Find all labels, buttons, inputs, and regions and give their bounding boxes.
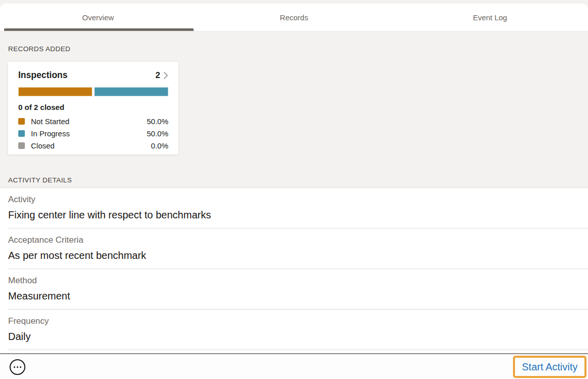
tab-records-label: Records bbox=[280, 13, 308, 22]
start-activity-highlight-box: Start Activity bbox=[513, 356, 586, 378]
bottom-action-bar: Start Activity bbox=[0, 353, 588, 379]
inspections-count-link[interactable]: 2 bbox=[156, 70, 168, 81]
legend-row: Not Started 50.0% bbox=[18, 115, 168, 127]
field-row-frequency: Frequency Daily bbox=[0, 310, 588, 350]
legend-label: Closed bbox=[31, 141, 55, 150]
legend-label: Not Started bbox=[31, 117, 69, 126]
field-row-acceptance-criteria: Acceptance Criteria As per most recent b… bbox=[0, 229, 588, 269]
field-value: Daily bbox=[8, 331, 580, 343]
field-value: As per most recent benchmark bbox=[8, 250, 580, 261]
status-legend: Not Started 50.0% In Progress 50.0% Clos… bbox=[18, 115, 168, 151]
activity-overview-screen: Overview Records Event Log RECORDS ADDED… bbox=[0, 0, 588, 379]
active-tab-indicator bbox=[4, 28, 194, 31]
in-progress-swatch bbox=[18, 130, 25, 137]
legend-row: In Progress 50.0% bbox=[18, 127, 168, 139]
legend-value: 50.0% bbox=[146, 129, 168, 138]
field-row-activity: Activity Fixing center line with respect… bbox=[0, 188, 588, 229]
activity-details-section-title: ACTIVITY DETAILS bbox=[0, 173, 588, 187]
tab-event-log[interactable]: Event Log bbox=[392, 4, 588, 31]
inspections-card-title: Inspections bbox=[18, 70, 67, 81]
field-label: Activity bbox=[8, 195, 580, 205]
ellipsis-icon bbox=[14, 366, 16, 368]
legend-row: Closed 0.0% bbox=[18, 139, 168, 151]
legend-label: In Progress bbox=[31, 129, 70, 138]
bar-segment bbox=[94, 87, 168, 96]
ellipsis-icon bbox=[17, 366, 19, 368]
field-value: Fixing center line with respect to bench… bbox=[8, 209, 580, 221]
field-value: Measurement bbox=[8, 290, 580, 302]
status-stacked-bar bbox=[18, 87, 168, 96]
activity-details-list: Activity Fixing center line with respect… bbox=[0, 187, 588, 379]
inspections-card: Inspections 2 0 of 2 closed Not Started … bbox=[8, 62, 178, 155]
legend-value: 50.0% bbox=[146, 117, 168, 126]
not-started-swatch bbox=[18, 118, 25, 125]
closed-swatch bbox=[18, 142, 25, 149]
chevron-right-icon bbox=[163, 71, 168, 80]
more-options-button[interactable] bbox=[10, 359, 25, 375]
start-activity-button[interactable]: Start Activity bbox=[516, 361, 583, 373]
field-label: Method bbox=[8, 276, 580, 286]
records-added-section-title: RECORDS ADDED bbox=[8, 45, 70, 53]
legend-value: 0.0% bbox=[151, 141, 168, 150]
inspections-count: 2 bbox=[156, 70, 160, 81]
bar-segment bbox=[18, 87, 92, 96]
tab-overview-label: Overview bbox=[82, 13, 114, 22]
field-label: Frequency bbox=[8, 316, 580, 326]
tab-records[interactable]: Records bbox=[196, 4, 392, 31]
tab-overview[interactable]: Overview bbox=[0, 4, 196, 31]
tab-bar: Overview Records Event Log bbox=[0, 4, 588, 31]
closed-summary: 0 of 2 closed bbox=[18, 103, 168, 111]
ellipsis-icon bbox=[20, 366, 22, 368]
field-label: Acceptance Criteria bbox=[8, 235, 580, 245]
field-row-method: Method Measurement bbox=[0, 269, 588, 310]
tab-event-log-label: Event Log bbox=[473, 13, 507, 22]
